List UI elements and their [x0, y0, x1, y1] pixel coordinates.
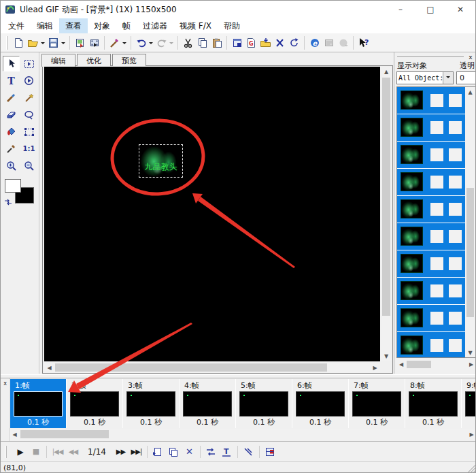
- object-checkbox[interactable]: [449, 94, 462, 107]
- object-checkbox[interactable]: [430, 312, 443, 325]
- frame-4[interactable]: 4:帧 0.1 秒: [179, 379, 235, 428]
- scrollbar-thumb[interactable]: [466, 188, 474, 317]
- scroll-left-icon[interactable]: ◀: [44, 362, 54, 373]
- menu-object[interactable]: 对象: [88, 18, 116, 33]
- export-button[interactable]: [258, 35, 273, 51]
- timeline-scrollbar[interactable]: ◀ ▶: [10, 429, 476, 440]
- object-row[interactable]: [397, 169, 475, 195]
- text-tool[interactable]: T: [3, 73, 20, 88]
- next-frame-button[interactable]: ▶▶: [113, 444, 129, 459]
- save-dropdown-caret[interactable]: [61, 42, 65, 46]
- selected-object[interactable]: 九品教头: [139, 144, 183, 178]
- scrollbar-thumb[interactable]: [382, 78, 390, 316]
- object-checkbox[interactable]: [449, 339, 462, 352]
- tab-edit[interactable]: 编辑: [41, 54, 75, 67]
- object-checkbox[interactable]: [430, 203, 443, 216]
- object-row[interactable]: [397, 142, 475, 168]
- lasso-tool[interactable]: [20, 107, 37, 123]
- last-frame-button[interactable]: ▶▶|: [129, 444, 144, 459]
- menu-view[interactable]: 查看: [59, 18, 88, 33]
- actual-size-tool[interactable]: 1:1: [20, 141, 37, 157]
- copy-button[interactable]: [195, 35, 209, 51]
- menu-file[interactable]: 文件: [2, 18, 31, 33]
- menu-frame[interactable]: 帧: [116, 18, 137, 33]
- zoom-out-tool[interactable]: [20, 158, 37, 174]
- menu-edit[interactable]: 编辑: [31, 18, 59, 33]
- scrollbar-thumb[interactable]: [407, 361, 431, 368]
- object-checkbox[interactable]: [430, 94, 443, 107]
- tab-optimize[interactable]: 优化: [77, 54, 111, 66]
- scroll-up-icon[interactable]: ▲: [465, 87, 475, 97]
- close-button[interactable]: ✕: [445, 1, 475, 18]
- minimize-button[interactable]: –: [386, 1, 415, 18]
- export-frames-button[interactable]: [262, 444, 278, 459]
- object-checkbox[interactable]: [449, 312, 462, 325]
- menu-video-fx[interactable]: 视频 F/X: [173, 18, 218, 33]
- foreground-color-swatch[interactable]: [5, 179, 21, 193]
- object-row[interactable]: [397, 305, 475, 331]
- zoom-in-tool[interactable]: [3, 158, 20, 174]
- scroll-left-icon[interactable]: ◀: [10, 429, 20, 440]
- prev-frame-button[interactable]: ◀◀: [65, 444, 81, 459]
- scrollbar-thumb[interactable]: [20, 430, 109, 438]
- resize-grip[interactable]: [467, 464, 476, 473]
- frame-5[interactable]: 5:帧 0.1 秒: [235, 379, 292, 428]
- scroll-right-icon[interactable]: ▶: [466, 429, 476, 440]
- object-checkbox[interactable]: [449, 257, 462, 270]
- magic-wand-tool[interactable]: [20, 90, 37, 105]
- frame-8[interactable]: 8:帧 0.1 秒: [405, 379, 461, 428]
- first-frame-button[interactable]: |◀◀: [50, 444, 65, 459]
- add-image-button[interactable]: [73, 35, 87, 51]
- scrollbar-thumb[interactable]: [55, 363, 327, 372]
- scroll-right-icon[interactable]: ▶: [370, 362, 380, 373]
- menu-filter[interactable]: 过滤器: [137, 18, 173, 33]
- frame-2[interactable]: 2:帧 0.1 秒: [66, 379, 122, 428]
- frame-7[interactable]: 7:帧 0.1 秒: [348, 379, 405, 428]
- object-row[interactable]: [397, 223, 475, 250]
- toolbar-grip[interactable]: [6, 36, 8, 50]
- canvas[interactable]: 九品教头: [44, 67, 380, 361]
- animation-wizard-tool[interactable]: [20, 73, 37, 88]
- frame-1[interactable]: 1:帧 0.1 秒: [10, 379, 66, 428]
- duplicate-frame-button[interactable]: [166, 444, 182, 459]
- frame-3[interactable]: 3:帧 0.1 秒: [122, 379, 179, 428]
- optimize-wizard-button[interactable]: [230, 35, 244, 51]
- crop-frames-button[interactable]: [273, 35, 287, 51]
- scroll-up-icon[interactable]: ▲: [381, 67, 392, 77]
- tween-button[interactable]: T: [219, 444, 235, 459]
- object-checkbox[interactable]: [430, 176, 443, 189]
- panel-grip[interactable]: [397, 56, 464, 57]
- fill-tool[interactable]: [3, 124, 20, 140]
- object-checkbox[interactable]: [430, 257, 443, 270]
- wand-tool-button[interactable]: [107, 35, 122, 51]
- object-row[interactable]: [397, 196, 475, 223]
- object-checkbox[interactable]: [449, 121, 462, 134]
- object-checkbox[interactable]: [449, 176, 462, 189]
- stop-button[interactable]: ■: [28, 444, 44, 459]
- eraser-tool[interactable]: [3, 107, 20, 123]
- open-dropdown-caret[interactable]: [41, 42, 45, 46]
- onion-skin-button[interactable]: [241, 444, 256, 459]
- timeline-close-icon[interactable]: x: [1, 380, 9, 387]
- object-checkbox[interactable]: [430, 230, 443, 243]
- canvas-horizontal-scrollbar[interactable]: ◀ ▶: [44, 362, 380, 373]
- play-button[interactable]: ▶: [12, 444, 28, 459]
- object-row[interactable]: [397, 87, 475, 114]
- delete-frame-button[interactable]: ✕: [182, 444, 197, 459]
- object-list-scrollbar[interactable]: ▲ ▼: [465, 87, 475, 357]
- object-row[interactable]: [397, 114, 475, 141]
- menu-help[interactable]: 帮助: [218, 18, 246, 33]
- frame-9[interactable]: 9:帧 0.1 秒: [461, 379, 476, 428]
- help-button[interactable]: ?: [356, 35, 371, 51]
- object-select-tool[interactable]: [20, 56, 37, 71]
- maximize-button[interactable]: □: [415, 1, 445, 18]
- scroll-down-icon[interactable]: ▼: [465, 348, 475, 357]
- object-checkbox[interactable]: [449, 148, 462, 161]
- canvas-vertical-scrollbar[interactable]: ▲ ▼: [381, 67, 392, 361]
- new-file-button[interactable]: [12, 35, 26, 51]
- wand-dropdown-caret[interactable]: [122, 42, 126, 46]
- rotate-button[interactable]: [287, 35, 301, 51]
- select-tool[interactable]: [3, 56, 20, 71]
- brush-tool[interactable]: [3, 90, 20, 105]
- transform-tool[interactable]: [20, 124, 37, 140]
